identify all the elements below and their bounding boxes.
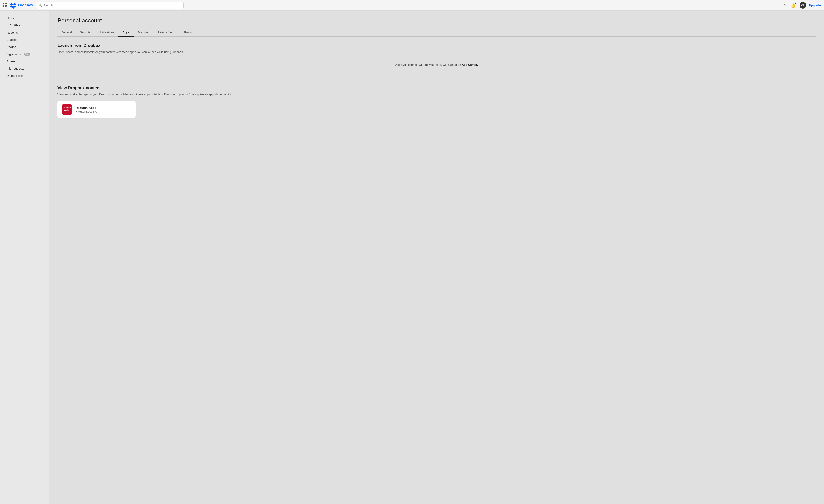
- help-icon: ?: [784, 3, 786, 7]
- main-content: Personal account General Security Notifi…: [49, 11, 824, 504]
- launch-section: Launch from Dropbox Open, share, and col…: [58, 43, 816, 71]
- sidebar-item-label: Recents: [7, 31, 18, 34]
- sidebar-item-label: Starred: [7, 38, 17, 41]
- rakuten-kobo-logo: Rakuten kobo: [62, 104, 72, 115]
- notifications-button[interactable]: 🔔: [790, 2, 797, 9]
- topbar-right: ? 🔔 CL Upgrade: [783, 2, 821, 9]
- settings-tabs: General Security Notifications Apps Bran…: [58, 29, 816, 36]
- dropbox-logo[interactable]: Dropbox: [10, 2, 33, 9]
- tab-sharing[interactable]: Sharing: [179, 29, 197, 36]
- topbar: Dropbox 🔍 ? 🔔 CL Upgrade: [0, 0, 824, 11]
- logo-bottom-text: kobo: [63, 109, 71, 112]
- upgrade-button[interactable]: Upgrade: [809, 4, 821, 7]
- page-title: Personal account: [58, 17, 816, 24]
- sidebar-item-label: Shared: [7, 60, 16, 63]
- chevron-right-icon: ›: [130, 107, 131, 112]
- sidebar-item-label: Home: [7, 16, 15, 20]
- sidebar-item-photos[interactable]: Photos: [2, 43, 47, 50]
- logo-top-text: Rakuten: [63, 107, 71, 109]
- app-subtitle: Rakuten Kobo Inc.: [76, 110, 130, 113]
- avatar[interactable]: CL: [800, 2, 806, 9]
- sidebar-item-home[interactable]: Home: [2, 15, 47, 21]
- logo-text: Dropbox: [18, 3, 33, 7]
- empty-state-prefix: Apps you connect will show up here. Get …: [396, 63, 462, 67]
- sidebar-item-deleted-files[interactable]: Deleted files: [2, 72, 47, 79]
- logo-inner: Rakuten kobo: [63, 107, 71, 112]
- sidebar-item-recents[interactable]: Recents: [2, 29, 47, 36]
- sidebar-item-label: File requests: [7, 67, 24, 70]
- tab-general[interactable]: General: [58, 29, 76, 36]
- app-card-rakuten-kobo[interactable]: Rakuten kobo Rakuten Kobo Rakuten Kobo I…: [58, 101, 135, 118]
- new-badge: New: [24, 53, 30, 56]
- sidebar-item-all-files[interactable]: › All files: [2, 22, 47, 29]
- sidebar-item-label: All files: [9, 24, 20, 27]
- tab-security[interactable]: Security: [76, 29, 95, 36]
- view-section-desc: View and make changes to your Dropbox co…: [58, 92, 816, 97]
- launch-empty-state: Apps you connect will show up here. Get …: [58, 58, 816, 71]
- chevron-right-icon: ›: [7, 24, 7, 27]
- view-section: View Dropbox content View and make chang…: [58, 86, 816, 118]
- avatar-initials: CL: [801, 4, 805, 7]
- search-input[interactable]: [43, 4, 181, 7]
- search-icon: 🔍: [38, 4, 42, 7]
- sidebar-item-label: Photos: [7, 45, 16, 48]
- app-layout: Home › All files Recents Starred Photos …: [0, 11, 824, 504]
- sidebar-item-signatures[interactable]: Signatures New: [2, 51, 47, 58]
- launch-section-desc: Open, share, and collaborate on your con…: [58, 50, 816, 54]
- tab-refer-a-friend[interactable]: Refer a friend: [153, 29, 179, 36]
- launch-section-title: Launch from Dropbox: [58, 43, 816, 48]
- search-bar[interactable]: 🔍: [36, 2, 184, 9]
- app-name: Rakuten Kobo: [76, 106, 130, 109]
- sidebar: Home › All files Recents Starred Photos …: [0, 11, 49, 504]
- help-button[interactable]: ?: [783, 2, 787, 8]
- sidebar-item-label: Signatures: [7, 53, 21, 56]
- sidebar-item-shared[interactable]: Shared: [2, 58, 47, 65]
- app-list: Rakuten kobo Rakuten Kobo Rakuten Kobo I…: [58, 101, 816, 118]
- view-section-title: View Dropbox content: [58, 86, 816, 90]
- app-info: Rakuten Kobo Rakuten Kobo Inc.: [76, 106, 130, 113]
- tab-apps[interactable]: Apps: [118, 29, 134, 36]
- app-center-link[interactable]: App Center.: [462, 63, 478, 67]
- grid-menu-icon[interactable]: [3, 3, 7, 7]
- sidebar-item-label: Deleted files: [7, 74, 24, 77]
- tab-notifications[interactable]: Notifications: [94, 29, 118, 36]
- sidebar-item-starred[interactable]: Starred: [2, 36, 47, 43]
- notification-dot: [795, 2, 796, 4]
- sidebar-item-file-requests[interactable]: File requests: [2, 65, 47, 72]
- tab-branding[interactable]: Branding: [134, 29, 153, 36]
